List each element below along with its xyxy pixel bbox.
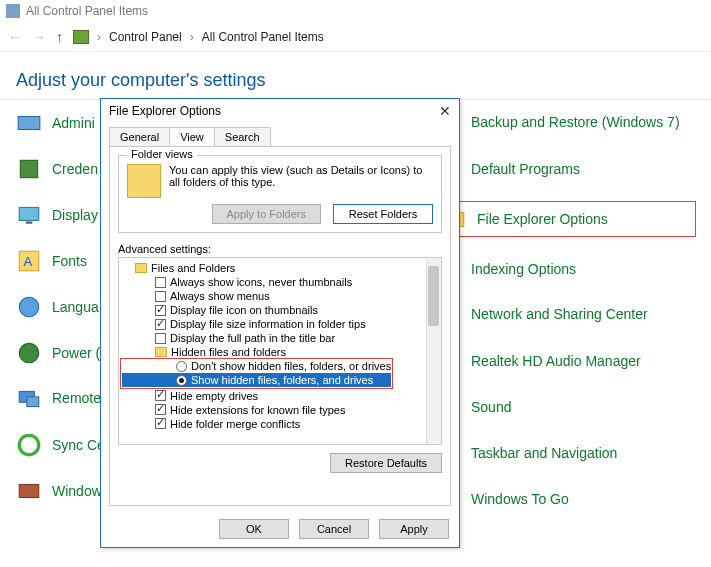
chevron-right-icon: › — [97, 30, 101, 44]
tree-item[interactable]: Display the full path in the title bar — [121, 331, 439, 345]
svg-point-6 — [19, 297, 39, 317]
folder-icon — [155, 347, 167, 357]
folder-views-legend: Folder views — [127, 148, 197, 160]
svg-rect-2 — [19, 207, 39, 220]
cp-item-label: Realtek HD Audio Manager — [471, 353, 641, 369]
cp-item-label: Admini — [52, 115, 95, 131]
cp-item-label: Network and Sharing Center — [471, 307, 648, 322]
dialog-title-bar[interactable]: File Explorer Options ✕ — [101, 99, 459, 123]
checkbox-icon[interactable] — [155, 319, 166, 330]
advanced-settings-tree[interactable]: Files and Folders Always show icons, nev… — [118, 257, 442, 445]
tree-item[interactable]: Hide folder merge conflicts — [121, 417, 439, 431]
checkbox-icon[interactable] — [155, 404, 166, 415]
svg-rect-3 — [26, 222, 33, 224]
cp-item-label: Backup and Restore (Windows 7) — [471, 115, 680, 130]
dialog-button-row: OK Cancel Apply — [219, 519, 449, 539]
cp-item-taskbar[interactable]: Taskbar and Navigation — [435, 440, 695, 466]
monitor-icon — [16, 202, 42, 228]
page-title: Adjust your computer's settings — [0, 52, 711, 99]
up-icon[interactable]: ↑ — [56, 29, 63, 45]
svg-rect-1 — [20, 160, 37, 177]
radio-dont-show-hidden[interactable]: Don't show hidden files, folders, or dri… — [122, 359, 391, 373]
svg-point-7 — [19, 343, 39, 363]
tree-root: Files and Folders — [121, 261, 439, 275]
window-title-bar: All Control Panel Items — [0, 0, 711, 22]
cp-item-label: Sync Ce — [52, 437, 105, 453]
svg-text:A: A — [24, 254, 33, 269]
tree-item-label: Always show menus — [170, 290, 270, 302]
close-icon[interactable]: ✕ — [439, 103, 451, 119]
checkbox-icon[interactable] — [155, 418, 166, 429]
checkbox-icon[interactable] — [155, 305, 166, 316]
tree-item[interactable]: Hide extensions for known file types — [121, 403, 439, 417]
cp-item-windows-to-go[interactable]: Windows To Go — [435, 486, 695, 512]
cp-item-realtek[interactable]: Realtek HD Audio Manager — [435, 348, 695, 374]
fonts-icon: A — [16, 248, 42, 274]
checkbox-icon[interactable] — [155, 277, 166, 288]
tree-item[interactable]: Hide empty drives — [121, 389, 439, 403]
tree-item[interactable]: Always show menus — [121, 289, 439, 303]
advanced-settings-label: Advanced settings: — [118, 243, 442, 255]
tree-item-label: Hide extensions for known file types — [170, 404, 345, 416]
cp-item-file-explorer-options[interactable]: File Explorer Options — [435, 202, 695, 236]
checkbox-icon[interactable] — [155, 291, 166, 302]
ok-button[interactable]: OK — [219, 519, 289, 539]
tools-icon — [16, 110, 42, 136]
tab-search[interactable]: Search — [214, 127, 271, 146]
cancel-button[interactable]: Cancel — [299, 519, 369, 539]
safe-icon — [16, 156, 42, 182]
tree-root-label: Files and Folders — [151, 262, 235, 274]
scrollbar[interactable] — [426, 258, 441, 444]
cp-item-label: Indexing Options — [471, 261, 576, 277]
tree-item-label: Hide empty drives — [170, 390, 258, 402]
scrollbar-thumb[interactable] — [428, 266, 439, 326]
cp-item-backup[interactable]: Backup and Restore (Windows 7) — [435, 110, 695, 136]
tree-item[interactable]: Display file size information in folder … — [121, 317, 439, 331]
tree-item-label: Display the full path in the title bar — [170, 332, 335, 344]
brick-icon — [16, 478, 42, 504]
folder-views-group: Folder views You can apply this view (su… — [118, 155, 442, 233]
breadcrumb[interactable]: › Control Panel › All Control Panel Item… — [73, 30, 324, 44]
cp-item-default-programs[interactable]: Default Programs — [435, 156, 695, 182]
folder-icon — [135, 263, 147, 273]
cp-item-label: Power ( — [52, 345, 100, 361]
cp-item-label: Display — [52, 207, 98, 223]
tab-panel-view: Folder views You can apply this view (su… — [109, 146, 451, 506]
cp-item-label: Creden — [52, 161, 98, 177]
tree-group-hidden: Hidden files and folders — [121, 345, 439, 359]
back-icon[interactable]: ← — [8, 29, 22, 45]
radio-label: Show hidden files, folders, and drives — [191, 374, 373, 386]
apply-button[interactable]: Apply — [379, 519, 449, 539]
sync-icon — [16, 432, 42, 458]
cp-item-label: Taskbar and Navigation — [471, 445, 617, 461]
tree-item-label: Display file icon on thumbnails — [170, 304, 318, 316]
svg-rect-9 — [27, 397, 39, 407]
tree-item[interactable]: Always show icons, never thumbnails — [121, 275, 439, 289]
tree-group-label: Hidden files and folders — [171, 346, 286, 358]
radio-icon[interactable] — [176, 361, 187, 372]
cp-item-label: Window — [52, 483, 102, 499]
forward-icon[interactable]: → — [32, 29, 46, 45]
cp-item-indexing[interactable]: Indexing Options — [435, 256, 695, 282]
control-panel-small-icon — [73, 30, 89, 44]
checkbox-icon[interactable] — [155, 333, 166, 344]
breadcrumb-root[interactable]: Control Panel — [109, 30, 182, 44]
chevron-right-icon: › — [190, 30, 194, 44]
control-panel-icon — [6, 4, 20, 18]
cp-item-label: Langua — [52, 299, 99, 315]
cp-item-label: Sound — [471, 399, 511, 415]
dialog-tabs: General View Search — [101, 123, 459, 146]
radio-icon[interactable] — [176, 375, 187, 386]
reset-folders-button[interactable]: Reset Folders — [333, 204, 433, 224]
restore-defaults-button[interactable]: Restore Defaults — [330, 453, 442, 473]
tree-item[interactable]: Display file icon on thumbnails — [121, 303, 439, 317]
cp-item-sound[interactable]: Sound — [435, 394, 695, 420]
checkbox-icon[interactable] — [155, 390, 166, 401]
tree-item-label: Always show icons, never thumbnails — [170, 276, 352, 288]
tab-view[interactable]: View — [169, 127, 215, 146]
breadcrumb-current[interactable]: All Control Panel Items — [202, 30, 324, 44]
navigation-bar: ← → ↑ › Control Panel › All Control Pane… — [0, 22, 711, 52]
tab-general[interactable]: General — [109, 127, 170, 146]
radio-show-hidden[interactable]: Show hidden files, folders, and drives — [122, 373, 391, 387]
cp-item-network[interactable]: Network and Sharing Center — [435, 302, 695, 328]
